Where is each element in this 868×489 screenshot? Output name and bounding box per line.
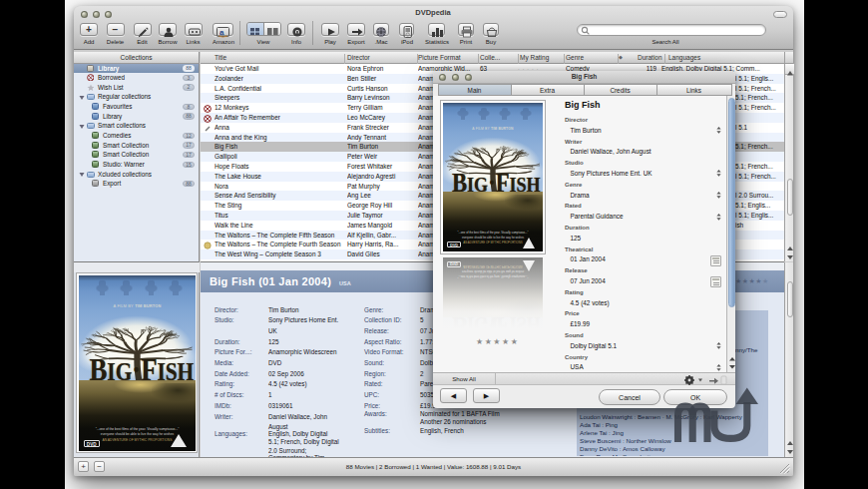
svg-text:a: a (219, 28, 224, 37)
